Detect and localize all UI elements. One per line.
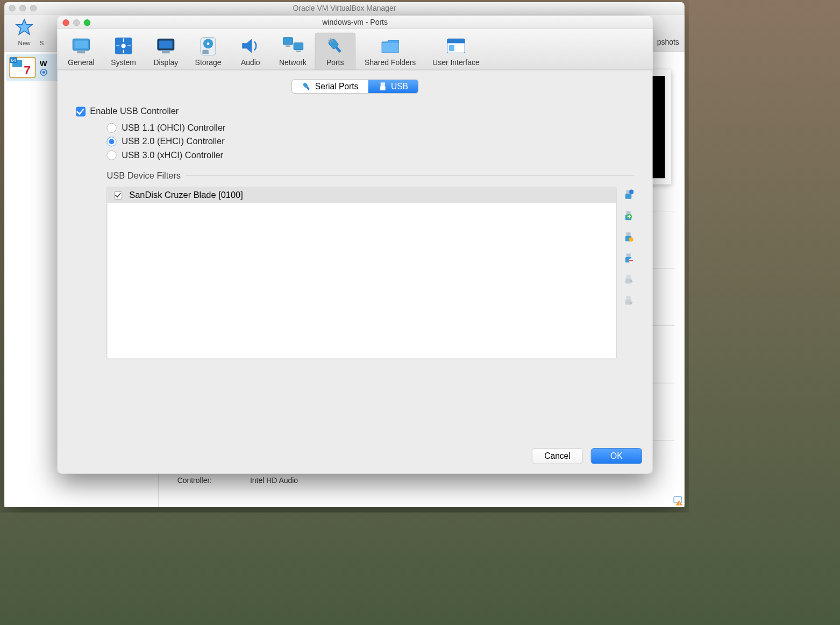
- svg-rect-34: [382, 43, 398, 53]
- svg-text:7: 7: [24, 63, 31, 77]
- filter-move-down-icon: [623, 295, 634, 306]
- main-title: Oracle VM VirtualBox Manager: [293, 4, 396, 12]
- svg-rect-11: [77, 51, 86, 53]
- audio-controller-label: Controller:: [177, 477, 237, 485]
- svg-rect-27: [294, 43, 303, 50]
- update-notification-icon[interactable]: !: [673, 496, 682, 506]
- svg-rect-28: [286, 45, 290, 46]
- category-display[interactable]: Display: [146, 33, 186, 70]
- svg-rect-6: [674, 496, 682, 502]
- filter-add-device-icon[interactable]: [623, 210, 634, 221]
- category-network[interactable]: Network: [273, 33, 313, 70]
- svg-marker-0: [16, 19, 32, 34]
- svg-rect-41: [380, 86, 385, 90]
- radio-icon[interactable]: [106, 123, 116, 132]
- svg-rect-37: [449, 45, 454, 51]
- svg-point-23: [207, 42, 210, 45]
- ok-button[interactable]: OK: [591, 448, 642, 464]
- filter-remove-icon[interactable]: [623, 252, 634, 264]
- ports-tab-group: Serial Ports USB: [292, 80, 418, 93]
- svg-rect-10: [75, 40, 88, 48]
- category-system[interactable]: System: [103, 33, 144, 70]
- audio-section: Controller: Intel HD Audio: [168, 472, 674, 507]
- svg-rect-40: [380, 82, 385, 86]
- main-minimize-icon[interactable]: [19, 5, 26, 11]
- usb-filter-actions: [623, 187, 634, 359]
- category-general[interactable]: General: [61, 33, 101, 70]
- vm-arch-badge: 64: [10, 58, 17, 63]
- category-shared-folders[interactable]: Shared Folders: [357, 33, 423, 70]
- dialog-footer: Cancel OK: [532, 448, 642, 464]
- vm-settings-dialog: windows-vm - Ports General System Displa…: [58, 16, 653, 474]
- svg-rect-29: [296, 51, 301, 52]
- svg-point-13: [122, 44, 126, 48]
- vm-state-icon: [40, 68, 48, 76]
- usb-filter-item[interactable]: SanDisk Cruzer Blade [0100]: [107, 188, 616, 203]
- filter-edit-icon[interactable]: [623, 231, 634, 243]
- usb-filter-checkbox[interactable]: [114, 191, 122, 199]
- svg-text:!: !: [679, 501, 680, 506]
- dialog-title: windows-vm - Ports: [322, 18, 388, 26]
- svg-point-44: [629, 190, 633, 194]
- svg-rect-57: [626, 275, 630, 279]
- svg-marker-25: [242, 39, 252, 53]
- radio-usb20[interactable]: USB 2.0 (EHCI) Controller: [106, 136, 634, 146]
- audio-controller-value: Intel HD Audio: [250, 477, 298, 485]
- main-zoom-icon[interactable]: [30, 5, 37, 11]
- svg-point-52: [629, 237, 633, 242]
- dialog-minimize-icon: [73, 19, 80, 26]
- dialog-body: Serial Ports USB Enable USB Controller U…: [58, 70, 653, 449]
- cancel-button[interactable]: Cancel: [532, 448, 583, 464]
- svg-rect-36: [447, 39, 465, 43]
- settings-category-toolbar: General System Display Storage Audio Net…: [58, 29, 653, 70]
- svg-rect-49: [629, 215, 630, 218]
- snapshots-tab-partial[interactable]: pshots: [657, 38, 679, 47]
- svg-rect-33: [335, 46, 341, 53]
- usb-filters-heading: USB Device Filters: [106, 171, 181, 181]
- usb-filter-name: SanDisk Cruzer Blade [0100]: [129, 190, 243, 200]
- usb-controller-radio-group: USB 1.1 (OHCI) Controller USB 2.0 (EHCI)…: [106, 123, 634, 160]
- svg-rect-50: [626, 232, 630, 236]
- tab-usb[interactable]: USB: [368, 80, 418, 93]
- svg-rect-26: [283, 38, 293, 45]
- radio-usb30[interactable]: USB 3.0 (xHCI) Controller: [106, 150, 634, 160]
- category-audio[interactable]: Audio: [230, 33, 270, 70]
- toolbar-settings-partial[interactable]: S: [40, 17, 53, 46]
- main-titlebar: Oracle VM VirtualBox Manager: [4, 2, 684, 15]
- category-storage[interactable]: Storage: [188, 33, 228, 70]
- dialog-titlebar: windows-vm - Ports: [58, 16, 653, 30]
- enable-usb-checkbox[interactable]: [76, 106, 86, 116]
- svg-rect-60: [626, 296, 630, 300]
- svg-rect-53: [626, 254, 630, 258]
- usb-filters-list[interactable]: SanDisk Cruzer Blade [0100]: [106, 187, 616, 359]
- svg-point-5: [42, 71, 45, 74]
- filter-add-empty-icon[interactable]: [623, 189, 634, 200]
- radio-usb11[interactable]: USB 1.1 (OHCI) Controller: [106, 123, 634, 133]
- radio-icon[interactable]: [106, 150, 116, 160]
- dialog-close-icon[interactable]: [62, 19, 69, 26]
- enable-usb-label: Enable USB Controller: [90, 106, 179, 117]
- svg-rect-43: [625, 194, 631, 199]
- category-ports[interactable]: Ports: [315, 33, 355, 70]
- filter-move-up-icon: [623, 273, 634, 285]
- enable-usb-controller-row[interactable]: Enable USB Controller: [76, 106, 634, 117]
- vm-name: W: [40, 59, 48, 68]
- tab-serial-ports[interactable]: Serial Ports: [292, 80, 368, 93]
- main-close-icon[interactable]: [9, 5, 15, 11]
- svg-rect-20: [162, 51, 170, 53]
- category-user-interface[interactable]: User Interface: [425, 33, 487, 70]
- toolbar-new[interactable]: New: [9, 17, 39, 46]
- dialog-zoom-icon[interactable]: [84, 19, 90, 26]
- svg-rect-19: [159, 40, 173, 48]
- svg-rect-24: [202, 50, 208, 54]
- radio-icon[interactable]: [106, 137, 116, 146]
- svg-rect-56: [629, 260, 633, 261]
